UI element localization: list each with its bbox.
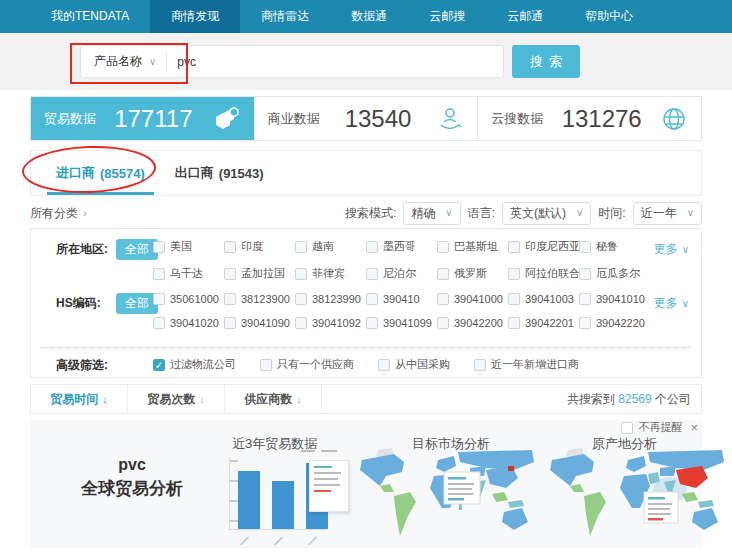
- checkbox-icon[interactable]: [508, 317, 520, 329]
- target-market-map[interactable]: [358, 446, 540, 550]
- stat-trade-data[interactable]: 贸易数据 177117: [31, 97, 254, 140]
- nav-item-cloud-mail-pass[interactable]: 云邮通: [486, 0, 564, 33]
- checkbox-option[interactable]: 墨西哥: [366, 239, 437, 254]
- checkbox-icon[interactable]: [366, 268, 378, 280]
- checkbox-option[interactable]: 阿拉伯联合...: [508, 266, 579, 281]
- checkbox-option[interactable]: 38123900: [224, 293, 295, 305]
- sort-trade-count[interactable]: 贸易次数 ↓: [128, 385, 225, 413]
- search-field-selector-label: 产品名称: [94, 53, 142, 70]
- checkbox-option[interactable]: 只有一个供应商: [260, 357, 354, 372]
- checkbox-icon[interactable]: [224, 268, 236, 280]
- checkbox-icon[interactable]: [224, 293, 236, 305]
- checkbox-icon[interactable]: [579, 268, 591, 280]
- checkbox-option[interactable]: 秘鲁: [579, 239, 650, 254]
- checkbox-option[interactable]: 菲律宾: [295, 266, 366, 281]
- sort-trade-time[interactable]: 贸易时间 ↓: [31, 385, 128, 413]
- checkbox-icon[interactable]: [579, 317, 591, 329]
- checkbox-icon[interactable]: [378, 359, 390, 371]
- checkbox-icon[interactable]: [295, 268, 307, 280]
- checkbox-option[interactable]: 38123990: [295, 293, 366, 305]
- checkbox-icon[interactable]: [508, 268, 520, 280]
- checkbox-option[interactable]: 俄罗斯: [437, 266, 508, 281]
- checkbox-option[interactable]: 39042200: [437, 317, 508, 329]
- region-more-link[interactable]: 更多 ∨: [654, 241, 689, 258]
- checkbox-icon[interactable]: [295, 241, 307, 253]
- checkbox-option[interactable]: ✓过滤物流公司: [153, 357, 236, 372]
- checkbox-option[interactable]: 乌干达: [153, 266, 224, 281]
- checkbox-option[interactable]: 39041092: [295, 317, 366, 329]
- language-select[interactable]: 英文(默认) ∨: [502, 202, 591, 225]
- checkbox-option[interactable]: 39041000: [437, 293, 508, 305]
- checkbox-icon[interactable]: [366, 317, 378, 329]
- checkbox-icon[interactable]: [260, 359, 272, 371]
- checkbox-option[interactable]: 印度尼西亚: [508, 239, 579, 254]
- checkbox-option[interactable]: 巴基斯坦: [437, 239, 508, 254]
- checkbox-icon[interactable]: [508, 293, 520, 305]
- checkbox-option[interactable]: 越南: [295, 239, 366, 254]
- checkbox-option[interactable]: 390410: [366, 293, 437, 305]
- checkbox-icon[interactable]: [153, 293, 165, 305]
- time-select[interactable]: 近一年 ∨: [633, 202, 702, 225]
- checkbox-option[interactable]: 39042201: [508, 317, 579, 329]
- checkbox-option[interactable]: 39041010: [579, 293, 650, 305]
- checkbox-checked-icon[interactable]: ✓: [153, 359, 165, 371]
- checkbox-option[interactable]: 39042220: [579, 317, 650, 329]
- checkbox-icon[interactable]: [366, 241, 378, 253]
- checkbox-option[interactable]: 尼泊尔: [366, 266, 437, 281]
- tab-importers-label: 进口商: [56, 164, 95, 182]
- checkbox-icon[interactable]: [579, 293, 591, 305]
- checkbox-icon[interactable]: [437, 317, 449, 329]
- checkbox-option[interactable]: 孟加拉国: [224, 266, 295, 281]
- checkbox-option[interactable]: 35061000: [153, 293, 224, 305]
- search-field-selector[interactable]: 产品名称 ∨: [81, 52, 167, 72]
- stat-cloud-search-data[interactable]: 云搜数据 131276: [477, 97, 701, 140]
- nav-item-business-radar[interactable]: 商情雷达: [240, 0, 330, 33]
- checkbox-icon[interactable]: [224, 317, 236, 329]
- nav-item-data-pass[interactable]: 数据通: [330, 0, 408, 33]
- checkbox-option[interactable]: 39041020: [153, 317, 224, 329]
- nav-item-my-tendata[interactable]: 我的TENDATA: [30, 0, 150, 33]
- bar-year-2[interactable]: [272, 481, 294, 529]
- checkbox-option[interactable]: 近一年新增进口商: [474, 357, 579, 372]
- trade-3y-bar-chart[interactable]: [215, 454, 343, 544]
- close-icon[interactable]: ×: [690, 420, 698, 435]
- hs-code-more-link[interactable]: 更多 ∨: [654, 295, 689, 312]
- checkbox-option[interactable]: 厄瓜多尔: [579, 266, 650, 281]
- checkbox-icon[interactable]: [437, 241, 449, 253]
- checkbox-icon[interactable]: [153, 268, 165, 280]
- arrow-down-icon: ↓: [296, 393, 302, 405]
- checkbox-option[interactable]: 39041003: [508, 293, 579, 305]
- checkbox-icon[interactable]: [474, 359, 486, 371]
- checkbox-option[interactable]: 39041090: [224, 317, 295, 329]
- checkbox-icon[interactable]: [366, 293, 378, 305]
- checkbox-icon[interactable]: [295, 293, 307, 305]
- checkbox-option[interactable]: 从中国采购: [378, 357, 450, 372]
- stat-business-data[interactable]: 商业数据 13540: [254, 97, 478, 140]
- checkbox-icon[interactable]: [153, 317, 165, 329]
- hs-code-all-chip[interactable]: 全部: [116, 293, 158, 314]
- tab-exporters[interactable]: 出口商 (91543): [160, 151, 279, 195]
- checkbox-icon[interactable]: [153, 241, 165, 253]
- checkbox-icon[interactable]: [579, 241, 591, 253]
- search-mode-select[interactable]: 精确 ∨: [403, 202, 460, 225]
- checkbox-icon[interactable]: [508, 241, 520, 253]
- region-all-chip[interactable]: 全部: [116, 239, 158, 260]
- checkbox-icon[interactable]: [437, 293, 449, 305]
- all-categories-link[interactable]: 所有分类 ›: [30, 205, 87, 222]
- tab-importers[interactable]: 进口商 (85574): [41, 151, 160, 195]
- search-input[interactable]: [167, 55, 503, 69]
- dismiss-checkbox[interactable]: [621, 422, 633, 434]
- checkbox-option[interactable]: 美国: [153, 239, 224, 254]
- checkbox-icon[interactable]: [295, 317, 307, 329]
- nav-item-help-center[interactable]: 帮助中心: [564, 0, 654, 33]
- origin-map[interactable]: [548, 446, 730, 550]
- search-button[interactable]: 搜索: [512, 45, 580, 78]
- sort-supplier-count[interactable]: 供应商数 ↓: [225, 385, 322, 413]
- checkbox-icon[interactable]: [224, 241, 236, 253]
- checkbox-icon[interactable]: [437, 268, 449, 280]
- nav-item-business-discovery[interactable]: 商情发现: [150, 0, 240, 33]
- bar-year-1[interactable]: [238, 471, 260, 529]
- nav-item-cloud-mail-search[interactable]: 云邮搜: [408, 0, 486, 33]
- checkbox-option[interactable]: 39041099: [366, 317, 437, 329]
- checkbox-option[interactable]: 印度: [224, 239, 295, 254]
